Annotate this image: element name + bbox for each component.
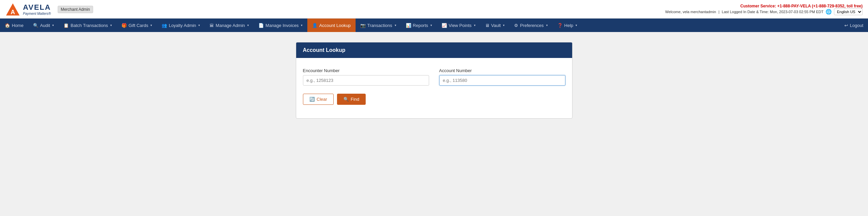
account-icon: 👤 [312, 23, 317, 28]
welcome-text: Welcome, vela merchantadmin | Last Logge… [665, 10, 823, 14]
globe-icon: 🌐 [825, 9, 832, 15]
logo-text-area: AVELA Payment Matters® [23, 3, 51, 15]
account-label: Account Number [439, 68, 565, 73]
card-header: Account Lookup [296, 42, 572, 58]
encounter-label: Encounter Number [303, 68, 429, 73]
merchant-admin-badge: Merchant Admin [58, 6, 93, 13]
nav-item-manage-admin[interactable]: 🏛 Manage Admin ▾ [205, 19, 254, 32]
chevron-down-icon: ▾ [110, 24, 112, 27]
clear-button[interactable]: 🔄 Clear [303, 94, 334, 105]
nav-label-invoices: Manage Invoices [265, 23, 299, 28]
points-icon: 📈 [442, 23, 447, 28]
batch-icon: 📋 [63, 23, 69, 28]
account-number-group: Account Number [439, 68, 565, 86]
header-info: Customer Service: +1-888-PAY-VELA (+1-88… [665, 4, 863, 15]
nav-logout-button[interactable]: ↩ Logout [840, 19, 868, 32]
nav-label-reports: Reports [413, 23, 428, 28]
chevron-down-icon: ▾ [474, 24, 476, 27]
chevron-down-icon: ▾ [546, 24, 548, 27]
nav-item-view-points[interactable]: 📈 View Points ▾ [437, 19, 480, 32]
chevron-down-icon: ▾ [198, 24, 200, 27]
nav-label-points: View Points [449, 23, 472, 28]
transactions-icon: 📷 [360, 23, 366, 28]
invoices-icon: 📄 [258, 23, 264, 28]
preferences-icon: ⚙ [514, 23, 518, 28]
nav-item-loyalty[interactable]: 👥 Loyalty Admin ▾ [157, 19, 205, 32]
find-icon: 🔍 [343, 97, 349, 102]
nav-item-manage-invoices[interactable]: 📄 Manage Invoices ▾ [254, 19, 307, 32]
nav-item-vault[interactable]: 🖥 Vault ▾ [480, 19, 510, 32]
nav-item-account-lookup[interactable]: 👤 Account Lookup [307, 19, 355, 32]
manage-admin-icon: 🏛 [209, 23, 214, 28]
chevron-down-icon: ▾ [430, 24, 432, 27]
nav-label-account: Account Lookup [319, 23, 351, 28]
nav-spacer [582, 19, 840, 32]
nav-item-reports[interactable]: 📊 Reports ▾ [401, 19, 437, 32]
nav-item-home[interactable]: 🏠 Home [0, 19, 28, 32]
account-number-input[interactable] [439, 75, 565, 86]
chevron-down-icon: ▾ [301, 24, 303, 27]
button-row: 🔄 Clear 🔍 Find [303, 94, 565, 105]
help-icon: ❓ [557, 23, 563, 28]
form-row: Encounter Number Account Number [303, 68, 565, 86]
nav-label-logout: Logout [850, 23, 863, 28]
welcome-row: Welcome, vela merchantadmin | Last Logge… [665, 8, 863, 15]
nav-label-home: Home [12, 23, 24, 28]
home-icon: 🏠 [5, 23, 10, 28]
main-navbar: 🏠 Home 🔍 Audit ▾ 📋 Batch Transactions ▾ … [0, 19, 868, 32]
loyalty-icon: 👥 [162, 23, 167, 28]
clear-icon: 🔄 [309, 97, 315, 102]
nav-label-manage-admin: Manage Admin [216, 23, 245, 28]
language-select[interactable]: English US [834, 8, 863, 15]
brand-subtitle: Payment Matters® [23, 12, 51, 16]
encounter-number-group: Encounter Number [303, 68, 429, 86]
find-button[interactable]: 🔍 Find [337, 94, 366, 105]
encounter-number-input[interactable] [303, 75, 429, 86]
chevron-down-icon: ▾ [52, 24, 54, 27]
gift-icon: 🎁 [121, 23, 127, 28]
nav-label-transactions: Transactions [367, 23, 392, 28]
nav-label-help: Help [564, 23, 573, 28]
account-lookup-card: Account Lookup Encounter Number Account … [296, 42, 572, 119]
audit-icon: 🔍 [33, 23, 38, 28]
reports-icon: 📊 [406, 23, 411, 28]
chevron-down-icon: ▾ [247, 24, 249, 27]
logo-container: A AVELA Payment Matters® Merchant Admin [5, 2, 93, 17]
nav-label-batch: Batch Transactions [71, 23, 108, 28]
page-title: Account Lookup [303, 47, 345, 53]
svg-text:A: A [11, 9, 15, 16]
nav-label-preferences: Preferences [520, 23, 543, 28]
chevron-down-icon: ▾ [503, 24, 505, 27]
main-content: Account Lookup Encounter Number Account … [0, 32, 868, 129]
clear-label: Clear [317, 97, 327, 102]
chevron-down-icon: ▾ [576, 24, 577, 27]
logout-icon: ↩ [844, 23, 848, 28]
nav-item-help[interactable]: ❓ Help ▾ [553, 19, 582, 32]
nav-item-batch-transactions[interactable]: 📋 Batch Transactions ▾ [59, 19, 117, 32]
chevron-down-icon: ▾ [150, 24, 152, 27]
customer-service-text: Customer Service: +1-888-PAY-VELA (+1-88… [740, 4, 863, 8]
nav-label-vault: Vault [491, 23, 501, 28]
logo-icon: A [5, 2, 20, 17]
vault-icon: 🖥 [485, 23, 489, 28]
nav-label-audit: Audit [40, 23, 50, 28]
nav-item-transactions[interactable]: 📷 Transactions ▾ [356, 19, 401, 32]
chevron-down-icon: ▾ [395, 24, 396, 27]
nav-item-preferences[interactable]: ⚙ Preferences ▾ [509, 19, 552, 32]
nav-item-gift-cards[interactable]: 🎁 Gift Cards ▾ [117, 19, 157, 32]
top-bar: A AVELA Payment Matters® Merchant Admin … [0, 0, 868, 19]
nav-label-gift: Gift Cards [129, 23, 148, 28]
card-body: Encounter Number Account Number 🔄 Clear … [296, 58, 572, 118]
nav-item-audit[interactable]: 🔍 Audit ▾ [28, 19, 59, 32]
brand-name: AVELA [23, 3, 51, 11]
nav-label-loyalty: Loyalty Admin [169, 23, 196, 28]
find-label: Find [351, 97, 359, 102]
